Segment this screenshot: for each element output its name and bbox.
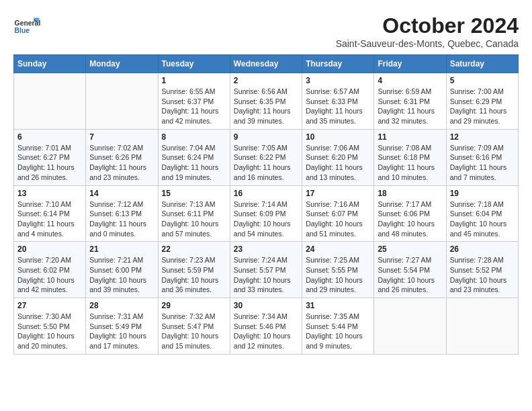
calendar-cell: 9Sunrise: 7:05 AM Sunset: 6:22 PM Daylig… <box>230 129 302 185</box>
calendar-cell: 21Sunrise: 7:21 AM Sunset: 6:00 PM Dayli… <box>86 242 158 298</box>
calendar-cell: 12Sunrise: 7:09 AM Sunset: 6:16 PM Dayli… <box>446 129 518 185</box>
calendar-cell <box>86 73 158 130</box>
day-number: 13 <box>17 189 82 198</box>
calendar-cell: 31Sunrise: 7:35 AM Sunset: 5:44 PM Dayli… <box>302 298 374 355</box>
calendar-cell: 15Sunrise: 7:13 AM Sunset: 6:11 PM Dayli… <box>158 185 230 242</box>
day-detail: Sunrise: 7:34 AM Sunset: 5:46 PM Dayligh… <box>234 312 298 351</box>
header: General Blue October 2024 Saint-Sauveur-… <box>13 13 519 49</box>
day-detail: Sunrise: 6:57 AM Sunset: 6:33 PM Dayligh… <box>306 87 370 126</box>
day-detail: Sunrise: 7:12 AM Sunset: 6:13 PM Dayligh… <box>89 199 154 239</box>
calendar-cell: 11Sunrise: 7:08 AM Sunset: 6:18 PM Dayli… <box>374 129 446 185</box>
day-number: 1 <box>162 76 226 85</box>
day-detail: Sunrise: 7:00 AM Sunset: 6:29 PM Dayligh… <box>450 87 515 126</box>
day-number: 4 <box>378 76 442 85</box>
day-number: 5 <box>450 76 515 85</box>
day-detail: Sunrise: 7:13 AM Sunset: 6:11 PM Dayligh… <box>162 199 226 239</box>
day-number: 18 <box>378 189 442 198</box>
calendar-cell <box>374 298 446 355</box>
title-block: October 2024 Saint-Sauveur-des-Monts, Qu… <box>336 13 519 49</box>
page-container: General Blue October 2024 Saint-Sauveur-… <box>13 13 519 355</box>
day-detail: Sunrise: 7:35 AM Sunset: 5:44 PM Dayligh… <box>306 312 370 351</box>
calendar-week-row: 13Sunrise: 7:10 AM Sunset: 6:14 PM Dayli… <box>14 185 519 242</box>
day-detail: Sunrise: 7:04 AM Sunset: 6:24 PM Dayligh… <box>162 143 226 183</box>
day-detail: Sunrise: 7:27 AM Sunset: 5:54 PM Dayligh… <box>378 255 442 295</box>
day-detail: Sunrise: 7:01 AM Sunset: 6:27 PM Dayligh… <box>17 143 82 183</box>
day-detail: Sunrise: 7:08 AM Sunset: 6:18 PM Dayligh… <box>378 143 442 183</box>
day-number: 20 <box>17 244 82 254</box>
day-number: 22 <box>162 244 226 254</box>
day-detail: Sunrise: 7:18 AM Sunset: 6:04 PM Dayligh… <box>450 199 515 239</box>
day-number: 12 <box>450 132 515 142</box>
day-detail: Sunrise: 7:16 AM Sunset: 6:07 PM Dayligh… <box>306 199 370 239</box>
calendar-cell: 4Sunrise: 6:59 AM Sunset: 6:31 PM Daylig… <box>374 73 446 130</box>
day-number: 29 <box>162 301 226 310</box>
day-number: 26 <box>450 244 515 254</box>
day-number: 24 <box>306 244 370 254</box>
day-of-week-header: Sunday <box>14 55 86 73</box>
day-detail: Sunrise: 7:24 AM Sunset: 5:57 PM Dayligh… <box>234 255 298 295</box>
day-number: 7 <box>89 132 154 142</box>
day-number: 16 <box>234 189 298 198</box>
calendar-cell: 5Sunrise: 7:00 AM Sunset: 6:29 PM Daylig… <box>446 73 518 130</box>
calendar-cell: 28Sunrise: 7:31 AM Sunset: 5:49 PM Dayli… <box>86 298 158 355</box>
calendar-cell: 30Sunrise: 7:34 AM Sunset: 5:46 PM Dayli… <box>230 298 302 355</box>
day-detail: Sunrise: 6:56 AM Sunset: 6:35 PM Dayligh… <box>234 87 298 126</box>
day-number: 27 <box>17 301 82 310</box>
calendar-cell: 19Sunrise: 7:18 AM Sunset: 6:04 PM Dayli… <box>446 185 518 242</box>
day-number: 3 <box>306 76 370 85</box>
calendar-cell: 8Sunrise: 7:04 AM Sunset: 6:24 PM Daylig… <box>158 129 230 185</box>
day-number: 31 <box>306 301 370 310</box>
calendar-cell: 14Sunrise: 7:12 AM Sunset: 6:13 PM Dayli… <box>86 185 158 242</box>
calendar-week-row: 1Sunrise: 6:55 AM Sunset: 6:37 PM Daylig… <box>14 73 519 130</box>
calendar-cell: 27Sunrise: 7:30 AM Sunset: 5:50 PM Dayli… <box>14 298 86 355</box>
day-number: 21 <box>89 244 154 254</box>
calendar-cell <box>446 298 518 355</box>
calendar-week-row: 27Sunrise: 7:30 AM Sunset: 5:50 PM Dayli… <box>14 298 519 355</box>
day-detail: Sunrise: 7:10 AM Sunset: 6:14 PM Dayligh… <box>17 199 82 239</box>
calendar-cell: 26Sunrise: 7:28 AM Sunset: 5:52 PM Dayli… <box>446 242 518 298</box>
day-detail: Sunrise: 7:02 AM Sunset: 6:26 PM Dayligh… <box>89 143 154 183</box>
logo-icon: General Blue <box>13 13 40 40</box>
day-detail: Sunrise: 7:05 AM Sunset: 6:22 PM Dayligh… <box>234 143 298 183</box>
header-row: SundayMondayTuesdayWednesdayThursdayFrid… <box>14 55 519 73</box>
day-detail: Sunrise: 7:14 AM Sunset: 6:09 PM Dayligh… <box>234 199 298 239</box>
day-number: 25 <box>378 244 442 254</box>
calendar-cell: 1Sunrise: 6:55 AM Sunset: 6:37 PM Daylig… <box>158 73 230 130</box>
calendar-cell: 24Sunrise: 7:25 AM Sunset: 5:55 PM Dayli… <box>302 242 374 298</box>
day-detail: Sunrise: 7:23 AM Sunset: 5:59 PM Dayligh… <box>162 255 226 295</box>
calendar-cell: 3Sunrise: 6:57 AM Sunset: 6:33 PM Daylig… <box>302 73 374 130</box>
calendar-cell: 23Sunrise: 7:24 AM Sunset: 5:57 PM Dayli… <box>230 242 302 298</box>
day-detail: Sunrise: 7:30 AM Sunset: 5:50 PM Dayligh… <box>17 312 82 351</box>
day-number: 23 <box>234 244 298 254</box>
day-number: 28 <box>89 301 154 310</box>
day-number: 14 <box>89 189 154 198</box>
day-detail: Sunrise: 6:59 AM Sunset: 6:31 PM Dayligh… <box>378 87 442 126</box>
day-of-week-header: Friday <box>374 55 446 73</box>
calendar-week-row: 6Sunrise: 7:01 AM Sunset: 6:27 PM Daylig… <box>14 129 519 185</box>
day-detail: Sunrise: 7:31 AM Sunset: 5:49 PM Dayligh… <box>89 312 154 351</box>
calendar-cell: 13Sunrise: 7:10 AM Sunset: 6:14 PM Dayli… <box>14 185 86 242</box>
day-number: 10 <box>306 132 370 142</box>
day-detail: Sunrise: 7:06 AM Sunset: 6:20 PM Dayligh… <box>306 143 370 183</box>
day-number: 17 <box>306 189 370 198</box>
day-number: 8 <box>162 132 226 142</box>
day-detail: Sunrise: 7:21 AM Sunset: 6:00 PM Dayligh… <box>89 255 154 295</box>
day-detail: Sunrise: 6:55 AM Sunset: 6:37 PM Dayligh… <box>162 87 226 126</box>
day-detail: Sunrise: 7:28 AM Sunset: 5:52 PM Dayligh… <box>450 255 515 295</box>
day-of-week-header: Monday <box>86 55 158 73</box>
day-number: 9 <box>234 132 298 142</box>
calendar-cell: 2Sunrise: 6:56 AM Sunset: 6:35 PM Daylig… <box>230 73 302 130</box>
subtitle: Saint-Sauveur-des-Monts, Quebec, Canada <box>336 38 519 49</box>
calendar-cell: 6Sunrise: 7:01 AM Sunset: 6:27 PM Daylig… <box>14 129 86 185</box>
day-number: 30 <box>234 301 298 310</box>
calendar-header: SundayMondayTuesdayWednesdayThursdayFrid… <box>14 55 519 73</box>
calendar-cell: 18Sunrise: 7:17 AM Sunset: 6:06 PM Dayli… <box>374 185 446 242</box>
day-detail: Sunrise: 7:17 AM Sunset: 6:06 PM Dayligh… <box>378 199 442 239</box>
calendar-cell: 22Sunrise: 7:23 AM Sunset: 5:59 PM Dayli… <box>158 242 230 298</box>
day-detail: Sunrise: 7:32 AM Sunset: 5:47 PM Dayligh… <box>162 312 226 351</box>
calendar-body: 1Sunrise: 6:55 AM Sunset: 6:37 PM Daylig… <box>14 73 519 355</box>
day-number: 2 <box>234 76 298 85</box>
day-number: 6 <box>17 132 82 142</box>
logo: General Blue <box>13 13 43 40</box>
month-title: October 2024 <box>336 13 519 38</box>
